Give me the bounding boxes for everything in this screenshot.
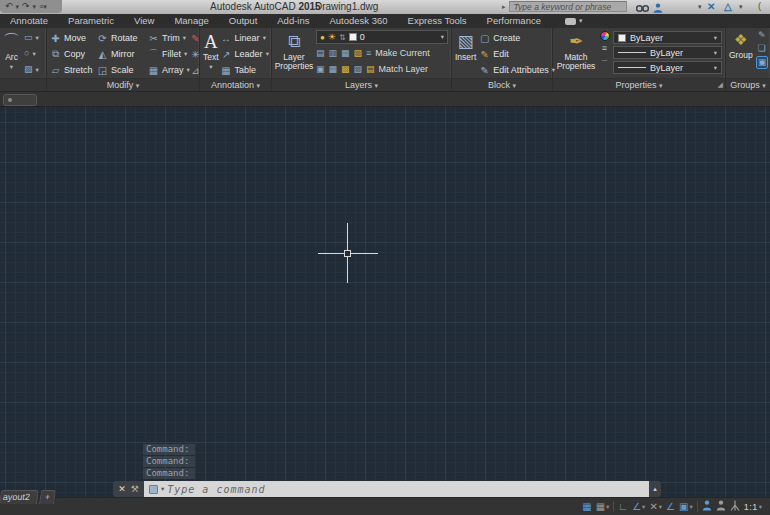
tab-view[interactable]: View [124, 14, 164, 28]
move-button[interactable]: ✚Move [50, 30, 97, 46]
recent-commands-icon[interactable] [149, 485, 158, 494]
redo-dropdown-icon[interactable]: ▾ [33, 0, 37, 13]
hatch-button[interactable]: ▨▾ [24, 62, 39, 77]
layer-off-icon[interactable]: ▤ [316, 48, 325, 58]
tab-parametric[interactable]: Parametric [58, 14, 124, 28]
a360-dropdown-icon[interactable]: ▾ [739, 3, 743, 11]
group-selection-toggle-icon[interactable]: ▣ [756, 56, 769, 69]
qat-customize-icon[interactable]: ≡▾ [39, 0, 47, 13]
layout2-tab[interactable]: ayout2 [0, 490, 39, 504]
edit-attributes-button[interactable]: ✎Edit Attributes▾ [479, 62, 555, 78]
annotation-scale-tripod[interactable] [730, 500, 740, 513]
object-snap-tracking-toggle-icon[interactable]: ∠ [666, 501, 675, 512]
text-button[interactable]: A Text ▾ [203, 30, 219, 78]
rotate-button[interactable]: ⟳Rotate [97, 30, 148, 46]
layers-panel-label[interactable]: Layers ▾ [272, 78, 451, 91]
group-edit-icon[interactable]: ✎ [758, 30, 766, 41]
search-toggle-icon[interactable]: ▸ [502, 3, 506, 11]
annotation-scale-selector[interactable]: 1:1 ▾ [744, 502, 762, 512]
tab-add-ins[interactable]: Add-ins [267, 14, 319, 28]
tab-autodesk-360[interactable]: Autodesk 360 [320, 14, 398, 28]
layer-walk-icon[interactable]: ▦ [329, 64, 338, 74]
search-binoculars-icon[interactable] [636, 2, 649, 14]
scale-button[interactable]: ◲Scale [97, 62, 148, 78]
new-layout-tab[interactable]: + [39, 490, 56, 504]
search-input[interactable]: Type a keyword or phrase [509, 1, 627, 12]
match-layer-button[interactable]: Match Layer [379, 64, 429, 74]
block-edit-button[interactable]: ✎Edit [479, 46, 555, 62]
stretch-button[interactable]: ▱Stretch [50, 62, 97, 78]
tab-output[interactable]: Output [219, 14, 268, 28]
object-snap-toggle[interactable]: ▣ ▾ [679, 501, 693, 512]
groups-panel-label[interactable]: Groups ▾ [726, 78, 770, 91]
rectangle-button[interactable]: ▭▾ [24, 30, 39, 45]
block-create-button[interactable]: ▢Create [479, 30, 555, 46]
command-history-toggle[interactable]: ▴ [649, 481, 661, 497]
undo-dropdown-icon[interactable]: ▾ [16, 0, 20, 13]
a360-icon[interactable]: △ [724, 1, 732, 12]
fillet-button[interactable]: ⌒Fillet▾ [148, 46, 190, 62]
layer-isolate-icon[interactable]: ▥ [329, 48, 338, 58]
annotation-visibility-toggle[interactable] [702, 500, 712, 513]
object-color-dropdown[interactable]: ByLayer ▾ [613, 31, 722, 44]
linetype-dropdown[interactable]: ByLayer ▾ [613, 61, 722, 74]
titlebar-dropdown-icon[interactable]: ▾ [698, 3, 702, 11]
mirror-icon: ◭ [97, 49, 108, 60]
ellipse-button[interactable]: ○▾ [24, 46, 39, 61]
copy-button[interactable]: ⧉Copy [50, 46, 97, 62]
lineweight-icon[interactable]: ≡ [602, 43, 607, 54]
lineweight-dropdown[interactable]: ByLayer ▾ [613, 46, 722, 59]
layer-dropdown[interactable]: ● ☀ ⇅ 0 ▾ [316, 30, 448, 44]
ortho-toggle-icon[interactable]: ∟ [618, 501, 628, 512]
grid-display-toggle-icon[interactable]: ▦ [582, 501, 591, 512]
mirror-button[interactable]: ◭Mirror [97, 46, 148, 62]
insert-button[interactable]: ▧ Insert [455, 30, 476, 78]
annotation-panel-label[interactable]: Annotation ▾ [200, 78, 271, 91]
array-button[interactable]: ▦Array▾ [148, 62, 190, 78]
isodraft-toggle[interactable]: ✕ ▾ [649, 501, 662, 512]
layer-match-icon[interactable]: ▤ [366, 64, 375, 74]
trim-button[interactable]: ✂Trim▾ [148, 30, 190, 46]
command-customize-icon[interactable]: ⚒ [131, 484, 139, 494]
layer-properties-button[interactable]: ⧉ Layer Properties [275, 30, 313, 78]
draw-panel-label[interactable] [0, 78, 46, 91]
layer-lock-icon[interactable]: ▧ [354, 48, 363, 58]
group-button[interactable]: ❖ Group [729, 30, 753, 78]
tab-performance[interactable]: Performance [477, 14, 551, 28]
block-panel-label[interactable]: Block ▾ [452, 78, 552, 91]
match-properties-button[interactable]: ✒ Match Properties [556, 30, 596, 78]
ribbon-display-toggle[interactable]: ▾ [565, 17, 583, 25]
tab-manage[interactable]: Manage [164, 14, 218, 28]
layer-vp-freeze-icon[interactable]: ▩ [341, 64, 350, 74]
tab-express-tools[interactable]: Express Tools [398, 14, 477, 28]
tab-annotate[interactable]: Annotate [0, 14, 58, 28]
autoscale-toggle[interactable] [716, 500, 726, 513]
color-wheel-icon[interactable] [600, 31, 610, 41]
ungroup-icon[interactable]: ❏ [758, 43, 766, 54]
properties-panel-label[interactable]: Properties ▾ [553, 78, 725, 91]
snap-mode-toggle[interactable]: ▦ ▾ [596, 501, 610, 512]
recent-commands-caret-icon[interactable]: ▾ [161, 485, 164, 493]
linear-dimension-button[interactable]: ↔Linear▾ [221, 30, 269, 46]
layer-merge-icon[interactable]: ▨ [354, 64, 363, 74]
sign-in-icon[interactable] [653, 2, 663, 14]
redo-icon[interactable]: ↷ [22, 0, 30, 13]
layer-unlock-icon[interactable]: ≡ [366, 48, 371, 58]
drawing-canvas[interactable]: Command: Command: Command: ✕ ⚒ ▾ Type a … [0, 107, 770, 497]
arc-button[interactable]: ⌒ Arc ▾ [3, 30, 20, 78]
command-close-icon[interactable]: ✕ [118, 484, 126, 494]
layer-state-icon[interactable]: ▣ [316, 64, 325, 74]
file-tab-remnant[interactable] [3, 94, 37, 106]
exchange-apps-icon[interactable]: ✕ [707, 1, 715, 12]
undo-icon[interactable]: ↶ [5, 0, 13, 13]
layer-freeze-icon[interactable]: ▦ [341, 48, 350, 58]
polar-tracking-toggle[interactable]: ∠ ▾ [632, 501, 645, 512]
leader-button[interactable]: ↗Leader▾ [221, 46, 269, 62]
linetype-icon[interactable]: ┈ [602, 56, 607, 67]
status-separator [697, 501, 698, 512]
modify-panel-label[interactable]: Modify ▾ [47, 78, 199, 91]
command-input[interactable]: ▾ Type a command [144, 481, 649, 497]
table-button[interactable]: ▦Table [221, 62, 269, 78]
make-current-button[interactable]: Make Current [375, 48, 430, 58]
properties-dialog-launcher-icon[interactable]: ◢ [718, 81, 723, 89]
